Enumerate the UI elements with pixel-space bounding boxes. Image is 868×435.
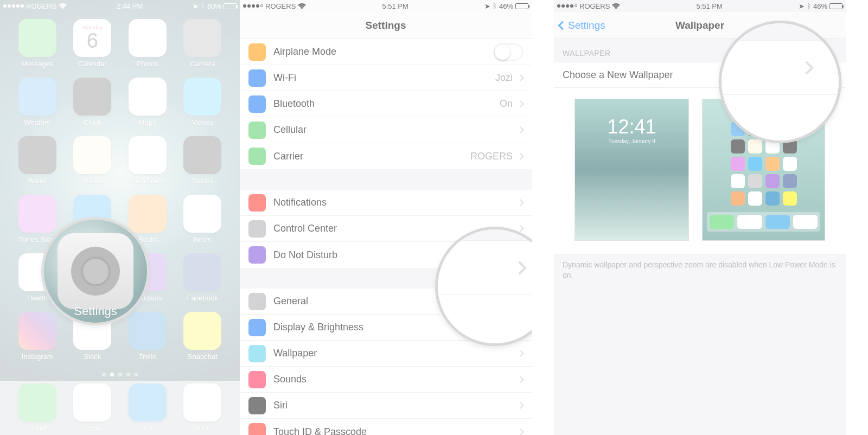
mini-app-icon xyxy=(748,174,762,188)
clock-label: 5:51 PM xyxy=(696,2,722,10)
sounds-icon xyxy=(248,371,266,388)
row-label: Wi-Fi xyxy=(273,72,495,84)
magnified-row[interactable] xyxy=(438,240,532,295)
signal-dots-icon xyxy=(3,4,24,8)
mini-dock-icon xyxy=(737,215,762,229)
signal-dots-icon xyxy=(557,4,577,8)
chevron-right-icon xyxy=(517,74,524,81)
general-icon xyxy=(248,293,266,310)
back-button[interactable]: Settings xyxy=(559,20,605,31)
nav-title: Settings xyxy=(366,20,406,31)
wallpaper-icon xyxy=(248,345,266,362)
location-icon: ➤ xyxy=(484,2,490,10)
mini-app-icon xyxy=(765,191,780,206)
mini-app-icon xyxy=(783,174,797,188)
mini-app-icon xyxy=(731,139,745,153)
location-icon: ➤ xyxy=(193,2,199,10)
settings-row-wi-fi[interactable]: Wi-FiJozi xyxy=(240,65,532,91)
lock-screen-preview[interactable]: 12:41 Tuesday, January 9 xyxy=(575,99,689,241)
siri-icon xyxy=(248,397,266,414)
lock-preview-date: Tuesday, January 9 xyxy=(608,138,655,144)
mini-app-icon xyxy=(783,157,797,171)
airplane-mode-icon xyxy=(248,43,266,61)
bluetooth-icon: ᛒ xyxy=(201,2,205,10)
helper-text: Dynamic wallpaper and perspective zoom a… xyxy=(554,254,846,286)
back-label: Settings xyxy=(568,20,605,31)
control-center-icon xyxy=(248,220,266,238)
location-icon: ➤ xyxy=(799,2,805,10)
chevron-right-icon xyxy=(517,376,524,383)
settings-row-bluetooth[interactable]: BluetoothOn xyxy=(240,91,532,117)
battery-icon xyxy=(829,3,843,9)
carrier-label: ROGERS xyxy=(579,2,610,10)
row-detail: Jozi xyxy=(495,72,513,84)
chevron-right-icon xyxy=(517,199,524,206)
magnifier-choose-row xyxy=(719,21,841,143)
settings-row-carrier[interactable]: CarrierROGERS xyxy=(240,143,532,169)
wifi-icon xyxy=(612,3,620,9)
row-label: Airplane Mode xyxy=(273,46,494,57)
mini-dock-icon xyxy=(710,215,734,229)
mini-app-icon xyxy=(748,191,762,206)
chevron-right-icon xyxy=(513,261,526,274)
mini-app-icon xyxy=(783,191,797,206)
magnifier-settings-icon: Settings xyxy=(41,217,150,325)
home-screen-pane: ROGERS 2:44 PM ➤ ᛒ 60% MessagesSaturday6… xyxy=(0,0,240,435)
row-label: Siri xyxy=(273,400,518,411)
settings-pane: ROGERS 5:51 PM ➤ ᛒ 46% Settings Airplane… xyxy=(240,0,532,435)
mini-dock-icon xyxy=(765,215,790,229)
settings-row-touch-id-passcode[interactable]: Touch ID & Passcode xyxy=(240,419,532,435)
carrier-label: ROGERS xyxy=(265,2,296,10)
touch-id-passcode-icon xyxy=(248,423,266,435)
settings-row-siri[interactable]: Siri xyxy=(240,393,532,419)
wallpaper-pane: ROGERS 5:51 PM ➤ ᛒ 46% Settings Wallpape… xyxy=(554,0,846,435)
chevron-right-icon xyxy=(517,428,524,435)
battery-icon xyxy=(515,3,528,9)
clock-label: 5:51 PM xyxy=(382,2,408,10)
bluetooth-icon: ᛒ xyxy=(493,2,497,10)
row-label: Carrier xyxy=(273,151,470,162)
mini-app-icon xyxy=(731,157,745,171)
row-detail: On xyxy=(500,98,513,110)
settings-row-notifications[interactable]: Notifications xyxy=(240,190,532,216)
battery-pct-label: 46% xyxy=(813,2,827,10)
settings-app-icon-large[interactable] xyxy=(58,233,133,309)
bluetooth-icon: ᛒ xyxy=(807,2,811,10)
signal-dots-icon xyxy=(243,4,263,8)
bluetooth-icon xyxy=(248,95,266,113)
lock-preview-time: 12:41 xyxy=(607,116,656,138)
settings-row-airplane-mode[interactable]: Airplane Mode xyxy=(240,39,532,65)
row-label: Bluetooth xyxy=(273,98,500,110)
gear-icon xyxy=(71,247,120,296)
mini-app-icon xyxy=(765,174,780,188)
chevron-right-icon xyxy=(517,350,524,357)
airplane-mode-toggle[interactable] xyxy=(494,43,523,61)
mini-app-icon xyxy=(765,157,780,171)
battery-icon xyxy=(224,3,237,9)
chevron-right-icon xyxy=(517,153,524,160)
mini-app-icon xyxy=(731,174,745,188)
notifications-icon xyxy=(248,194,266,212)
chevron-left-icon xyxy=(558,21,567,30)
settings-row-sounds[interactable]: Sounds xyxy=(240,367,532,393)
row-label: Touch ID & Passcode xyxy=(273,426,518,436)
row-detail: ROGERS xyxy=(470,151,513,162)
wifi-icon xyxy=(59,3,67,9)
row-label: Sounds xyxy=(273,374,518,385)
row-label: Cellular xyxy=(273,124,518,136)
mini-app-icon xyxy=(748,157,762,171)
chevron-right-icon xyxy=(800,61,813,74)
chevron-right-icon xyxy=(517,100,524,107)
mini-app-icon xyxy=(748,139,762,153)
nav-title: Wallpaper xyxy=(675,20,724,31)
chevron-right-icon xyxy=(517,402,524,409)
mini-dock-icon xyxy=(793,215,818,229)
row-label: Wallpaper xyxy=(273,348,518,359)
wifi-icon xyxy=(298,3,306,9)
battery-pct-label: 60% xyxy=(207,2,221,10)
chevron-right-icon xyxy=(517,126,524,133)
magnified-row[interactable] xyxy=(722,40,839,94)
settings-row-cellular[interactable]: Cellular xyxy=(240,117,532,143)
carrier-label: ROGERS xyxy=(26,2,56,10)
settings-label-large: Settings xyxy=(74,304,117,318)
